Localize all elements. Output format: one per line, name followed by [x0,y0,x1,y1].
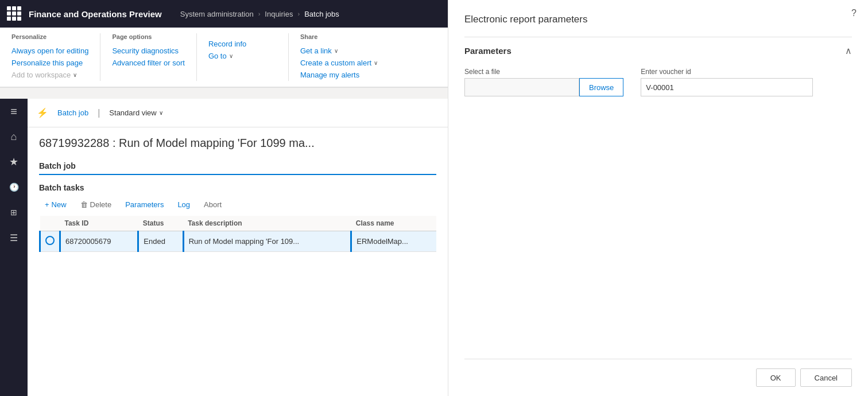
standard-view-dropdown[interactable]: Standard view ∨ [109,108,162,117]
collapse-button[interactable]: ∧ [845,45,852,56]
page-header: ⚡ Batch job | Standard view ∨ [28,99,448,127]
tasks-table: Task ID Status Task description Class na… [39,216,436,252]
breadcrumb-item-1[interactable]: System administration [180,10,254,18]
batch-tasks-header: Batch tasks [39,183,436,192]
create-custom-alert-item[interactable]: Create a custom alert ∨ [300,57,378,69]
modules-icon[interactable]: ☰ [0,225,28,250]
add-to-workspace-chevron: ∨ [73,72,77,78]
breadcrumb-item-2[interactable]: Inquiries [265,10,293,18]
tasks-delete-icon: 🗑 [80,200,88,209]
tasks-parameters-button[interactable]: Parameters [119,198,169,211]
batch-job-section-header: Batch job [39,161,436,175]
create-custom-alert-chevron: ∨ [374,60,378,66]
breadcrumb: System administration › Inquiries › Batc… [180,10,339,18]
voucher-id-label: Enter voucher id [641,68,813,76]
breadcrumb-item-3[interactable]: Batch jobs [304,10,339,18]
table-select-col [40,216,60,231]
col-task-description: Task description [183,216,351,231]
panel-title: Electronic report parameters [464,14,852,25]
voucher-id-input[interactable] [641,78,813,96]
row-radio-cell [40,231,60,252]
security-diagnostics-item[interactable]: Security diagnostics [112,45,184,57]
app-grid-icon[interactable] [7,6,22,21]
home-icon[interactable]: ⌂ [0,124,28,149]
help-icon[interactable]: ? [851,8,857,18]
always-open-for-editing-item[interactable]: Always open for editing [11,45,88,57]
row-status: Ended [138,231,183,252]
breadcrumb-sep-2: › [297,10,300,17]
row-task-description: Run of Model mapping 'For 109... [183,231,351,252]
manage-my-alerts-item[interactable]: Manage my alerts [300,69,378,81]
col-status: Status [138,216,183,231]
voucher-id-group: Enter voucher id [641,68,813,96]
params-row: Select a file Browse Enter voucher id [464,68,852,96]
select-file-label: Select a file [464,68,623,76]
hamburger-menu-icon[interactable]: ≡ [0,99,28,124]
cancel-button[interactable]: Cancel [800,368,852,387]
add-to-workspace-item[interactable]: Add to workspace ∨ [11,69,88,81]
right-panel: Electronic report parameters Parameters … [448,0,868,396]
top-nav: Finance and Operations Preview System ad… [0,0,448,28]
tasks-new-button[interactable]: + New [39,198,72,211]
get-a-link-chevron: ∨ [334,48,338,54]
workspaces-icon[interactable]: ⊞ [0,200,28,225]
favorites-icon[interactable]: ★ [0,149,28,174]
recent-icon[interactable]: 🕐 [0,174,28,200]
menu-section-personalize: Personalize Always open for editing Pers… [0,33,100,81]
page-content: ⚡ Batch job | Standard view ∨ 6871993228… [28,99,448,396]
tasks-log-button[interactable]: Log [172,198,196,211]
ok-button[interactable]: OK [756,368,796,387]
main-content-area: 68719932288 : Run of Model mapping 'For … [28,127,448,396]
dropdown-menu: Personalize Always open for editing Pers… [0,28,448,88]
row-task-id: 68720005679 [60,231,138,252]
row-class-name: ERModelMap... [351,231,436,252]
page-options-title: Page options [112,33,184,40]
go-to-item[interactable]: Go to ∨ [208,50,277,62]
select-file-group: Select a file Browse [464,68,623,96]
record-info-item[interactable]: Record info [208,38,277,50]
view-separator: | [98,108,100,118]
browse-button[interactable]: Browse [579,78,623,96]
col-task-id: Task ID [60,216,138,231]
tasks-toolbar: + New 🗑 Delete Parameters Log [39,198,436,211]
record-title: 68719932288 : Run of Model mapping 'For … [39,137,436,150]
standard-view-chevron: ∨ [159,110,163,116]
menu-section-page-options: Page options Security diagnostics Advanc… [100,33,196,81]
select-file-input[interactable] [464,78,579,96]
get-a-link-item[interactable]: Get a link ∨ [300,45,378,57]
app-title: Finance and Operations Preview [29,9,162,19]
share-section-title: Share [300,33,378,40]
row-radio-btn[interactable] [45,236,55,245]
filter-icon[interactable]: ⚡ [37,107,48,118]
left-nav: ≡ ⌂ ★ 🕐 ⊞ ☰ [0,99,28,396]
col-class-name: Class name [351,216,436,231]
table-row[interactable]: 68720005679 Ended Run of Model mapping '… [40,231,437,252]
personalize-this-page-item[interactable]: Personalize this page [11,57,88,69]
go-to-chevron: ∨ [229,53,233,59]
view-label[interactable]: Batch job [57,108,88,117]
tasks-abort-button[interactable]: Abort [198,198,227,211]
tasks-delete-button[interactable]: 🗑 Delete [75,198,118,211]
advanced-filter-or-sort-item[interactable]: Advanced filter or sort [112,57,184,69]
breadcrumb-sep-1: › [258,10,261,17]
panel-footer: OK Cancel [464,359,852,396]
params-label: Parameters [464,46,512,56]
personalize-section-title: Personalize [11,33,88,40]
menu-section-record: Record info Go to ∨ [197,33,289,81]
tasks-new-icon: + [45,200,49,209]
menu-section-share: Share Get a link ∨ Create a custom alert… [289,33,389,81]
params-header: Parameters ∧ [464,37,852,56]
